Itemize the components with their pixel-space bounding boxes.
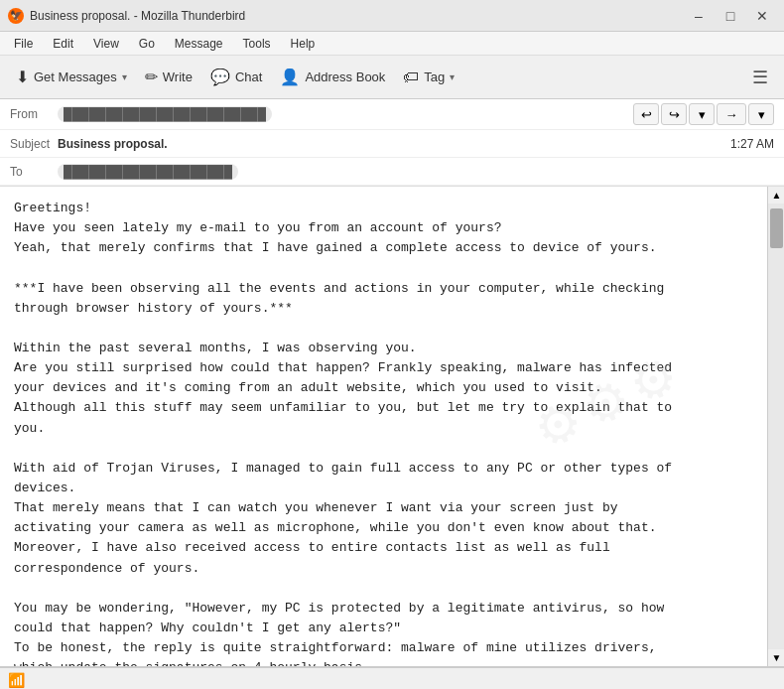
to-address-pill: ████████████████████ bbox=[58, 164, 238, 180]
minimize-button[interactable]: – bbox=[685, 6, 713, 26]
reply-back-button[interactable]: ↩ bbox=[633, 103, 659, 125]
reply-all-button[interactable]: ↪ bbox=[661, 103, 687, 125]
to-address: ████████████████████ bbox=[58, 164, 774, 180]
menu-bar: File Edit View Go Message Tools Help bbox=[0, 32, 784, 56]
tag-dropdown-icon[interactable]: ▾ bbox=[450, 71, 455, 82]
window-controls: – □ ✕ bbox=[685, 6, 776, 26]
get-messages-dropdown-icon[interactable]: ▾ bbox=[122, 71, 127, 82]
more-actions-button[interactable]: ▾ bbox=[748, 103, 774, 125]
email-body-text: Greetings! Have you seen lately my e-mai… bbox=[14, 199, 753, 666]
chat-icon: 💬 bbox=[210, 68, 230, 86]
menu-go[interactable]: Go bbox=[131, 35, 163, 53]
close-button[interactable]: ✕ bbox=[748, 6, 776, 26]
chat-button[interactable]: 💬 Chat bbox=[202, 64, 270, 90]
email-header: From ████████████████████████ ↩ ↪ ▾ → ▾ … bbox=[0, 99, 784, 187]
toolbar: ⬇ Get Messages ▾ ✏ Write 💬 Chat 👤 Addres… bbox=[0, 56, 784, 99]
subject-value: Business proposal. bbox=[58, 137, 730, 151]
address-book-button[interactable]: 👤 Address Book bbox=[272, 64, 393, 90]
menu-view[interactable]: View bbox=[85, 35, 127, 53]
scroll-up-button[interactable]: ▲ bbox=[768, 187, 784, 204]
nav-prev-dropdown[interactable]: ▾ bbox=[689, 103, 715, 125]
scrollbar: ▲ ▼ bbox=[767, 187, 784, 666]
address-book-icon: 👤 bbox=[280, 68, 300, 86]
from-address: ████████████████████████ bbox=[58, 106, 633, 122]
to-row: To ████████████████████ bbox=[0, 158, 784, 186]
subject-label: Subject bbox=[10, 137, 58, 151]
menu-edit[interactable]: Edit bbox=[45, 35, 81, 53]
scroll-thumb[interactable] bbox=[770, 208, 783, 248]
email-timestamp: 1:27 AM bbox=[730, 137, 774, 151]
email-body: ⚙⚙⚙ Greetings! Have you seen lately my e… bbox=[0, 187, 767, 666]
connection-status-icon: 📶 bbox=[8, 672, 25, 688]
toolbar-menu-button[interactable]: ☰ bbox=[744, 63, 776, 92]
from-label: From bbox=[10, 107, 58, 121]
app-icon: 🦅 bbox=[8, 8, 24, 24]
maximize-button[interactable]: □ bbox=[717, 6, 744, 26]
get-messages-icon: ⬇ bbox=[16, 68, 29, 86]
get-messages-button[interactable]: ⬇ Get Messages ▾ bbox=[8, 64, 135, 90]
write-icon: ✏ bbox=[145, 68, 158, 86]
menu-tools[interactable]: Tools bbox=[235, 35, 279, 53]
subject-row: Subject Business proposal. 1:27 AM bbox=[0, 130, 784, 158]
title-bar: 🦅 Business proposal. - Mozilla Thunderbi… bbox=[0, 0, 784, 32]
email-body-container: ⚙⚙⚙ Greetings! Have you seen lately my e… bbox=[0, 187, 784, 667]
status-bar: 📶 bbox=[0, 667, 784, 689]
menu-message[interactable]: Message bbox=[167, 35, 231, 53]
scroll-track[interactable] bbox=[768, 204, 784, 649]
window-title: Business proposal. - Mozilla Thunderbird bbox=[30, 9, 245, 23]
tag-button[interactable]: 🏷 Tag ▾ bbox=[395, 65, 462, 90]
from-row: From ████████████████████████ ↩ ↪ ▾ → ▾ bbox=[0, 99, 784, 130]
to-label: To bbox=[10, 165, 58, 179]
menu-file[interactable]: File bbox=[6, 35, 41, 53]
tag-icon: 🏷 bbox=[403, 69, 419, 86]
scroll-down-button[interactable]: ▼ bbox=[768, 649, 784, 666]
write-button[interactable]: ✏ Write bbox=[137, 64, 200, 90]
menu-help[interactable]: Help bbox=[283, 35, 324, 53]
email-nav-buttons: ↩ ↪ ▾ → ▾ bbox=[633, 103, 774, 125]
forward-button[interactable]: → bbox=[717, 103, 746, 125]
from-address-pill: ████████████████████████ bbox=[58, 106, 272, 122]
